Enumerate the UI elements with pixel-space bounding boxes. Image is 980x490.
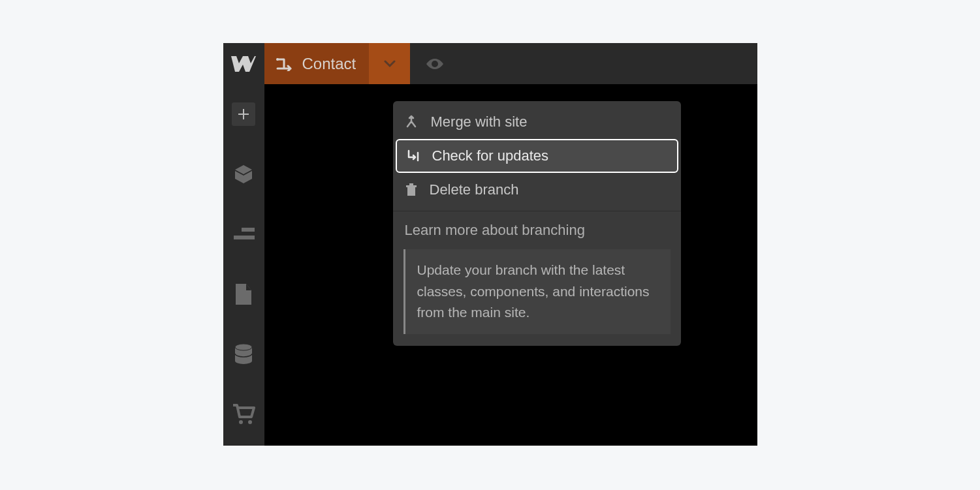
- canvas-area: Merge with site Check for updates Delete…: [264, 84, 757, 446]
- merge-icon: [405, 115, 419, 129]
- trash-icon: [405, 183, 418, 197]
- webflow-logo-icon: [231, 56, 256, 72]
- branch-dropdown-menu: Merge with site Check for updates Delete…: [393, 101, 681, 346]
- plus-icon: [237, 108, 250, 121]
- add-element-button[interactable]: [232, 102, 255, 126]
- eye-icon: [425, 57, 445, 70]
- svg-point-5: [248, 420, 252, 424]
- box-icon: [232, 163, 255, 185]
- sidebar-navigator[interactable]: [223, 204, 264, 264]
- branch-dropdown-toggle[interactable]: [369, 43, 410, 84]
- cart-icon: [232, 404, 255, 425]
- menu-description: Update your branch with the latest class…: [403, 249, 671, 334]
- menu-item-label: Check for updates: [432, 147, 549, 164]
- svg-rect-10: [409, 183, 413, 185]
- update-icon: [406, 149, 420, 163]
- menu-item-delete-branch[interactable]: Delete branch: [393, 173, 681, 207]
- menu-item-label: Merge with site: [431, 114, 528, 130]
- svg-rect-9: [406, 185, 417, 187]
- learn-more-label: Learn more about branching: [405, 222, 585, 238]
- chevron-down-icon: [384, 60, 396, 68]
- menu-item-check-updates[interactable]: Check for updates: [396, 139, 678, 173]
- svg-point-6: [276, 58, 279, 61]
- page-label: Contact: [302, 55, 356, 73]
- sidebar-components[interactable]: [223, 144, 264, 204]
- sidebar-ecommerce[interactable]: [223, 384, 264, 444]
- sidebar-cms[interactable]: [223, 324, 264, 384]
- svg-rect-1: [234, 236, 255, 239]
- page-icon: [234, 283, 253, 306]
- database-icon: [233, 343, 254, 365]
- app-window: Contact Merge with site: [223, 43, 757, 446]
- main-column: Contact Merge with site: [264, 43, 757, 446]
- preview-button[interactable]: [410, 43, 460, 84]
- svg-point-4: [239, 420, 243, 424]
- menu-learn-more[interactable]: Learn more about branching: [393, 211, 681, 249]
- menu-item-merge[interactable]: Merge with site: [393, 105, 681, 139]
- top-bar: Contact: [264, 43, 757, 84]
- menu-description-wrap: Update your branch with the latest class…: [393, 249, 681, 346]
- webflow-logo[interactable]: [223, 43, 264, 84]
- menu-item-label: Delete branch: [430, 181, 519, 198]
- sidebar-pages[interactable]: [223, 264, 264, 324]
- svg-rect-0: [242, 228, 255, 232]
- branch-icon: [275, 57, 293, 71]
- left-sidebar: [223, 43, 264, 446]
- branch-page-chip[interactable]: Contact: [264, 43, 370, 84]
- navigator-icon: [232, 226, 255, 242]
- sidebar-add[interactable]: [223, 84, 264, 144]
- svg-rect-8: [407, 187, 415, 196]
- svg-point-7: [432, 61, 438, 67]
